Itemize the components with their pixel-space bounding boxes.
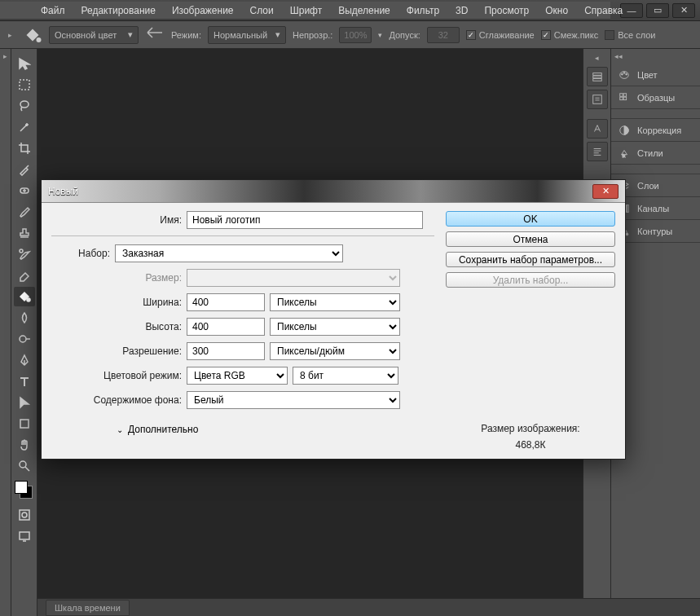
shape-tool[interactable]	[14, 414, 35, 433]
eyedropper-tool[interactable]	[14, 160, 35, 179]
svg-rect-23	[623, 97, 627, 100]
tolerance-input[interactable]	[427, 27, 460, 43]
move-tool[interactable]	[14, 54, 35, 73]
menu-select[interactable]: Выделение	[330, 2, 398, 19]
menu-image[interactable]: Изображение	[164, 2, 242, 19]
adjustments-icon	[618, 124, 631, 137]
quickmask-tool[interactable]	[14, 505, 35, 525]
brush-tool[interactable]	[14, 202, 35, 222]
color-swap-icon[interactable]	[145, 25, 165, 45]
name-label: Имя:	[51, 214, 182, 226]
menu-filter[interactable]: Фильтр	[398, 2, 447, 19]
height-label: Высота:	[51, 321, 182, 332]
adjustments-panel-tab[interactable]: Коррекция	[611, 119, 700, 142]
menu-view[interactable]: Просмотр	[476, 2, 537, 19]
history-brush-tool[interactable]	[14, 244, 35, 264]
svg-rect-14	[592, 79, 601, 81]
swatches-panel-tab[interactable]: Образцы	[611, 86, 700, 109]
height-unit-select[interactable]: Пикселы	[270, 318, 400, 336]
width-input[interactable]	[187, 293, 265, 311]
color-panel-label: Цвет	[637, 70, 658, 80]
marquee-tool[interactable]	[14, 75, 35, 95]
hand-tool[interactable]	[14, 435, 35, 455]
chevron-down-icon[interactable]: ▾	[378, 31, 382, 39]
bitdepth-select[interactable]: 8 бит	[293, 367, 398, 385]
dodge-tool[interactable]	[14, 329, 35, 349]
cancel-button[interactable]: Отмена	[446, 231, 615, 247]
chevron-down-icon: ⌄	[117, 425, 123, 434]
menu-layers[interactable]: Слои	[242, 2, 282, 19]
panel-collapse-icon[interactable]: ◂	[595, 54, 599, 67]
colormode-label: Цветовой режим:	[51, 370, 182, 381]
color-panel-tab[interactable]: Цвет	[611, 64, 700, 86]
bucket-tool-icon[interactable]	[23, 25, 42, 45]
menu-edit[interactable]: Редактирование	[73, 2, 164, 19]
menu-bar: Файл Редактирование Изображение Слои Шри…	[0, 2, 610, 20]
lasso-tool[interactable]	[14, 96, 35, 116]
size-select[interactable]	[187, 269, 400, 287]
menu-type[interactable]: Шрифт	[282, 2, 330, 19]
menu-3d[interactable]: 3D	[447, 2, 476, 19]
dialog-titlebar[interactable]: Новый ✕	[42, 180, 625, 203]
contiguous-checkbox[interactable]: ✓Смеж.пикс	[541, 30, 598, 40]
width-unit-select[interactable]: Пикселы	[270, 293, 400, 311]
zoom-tool[interactable]	[14, 456, 35, 476]
resolution-unit-select[interactable]: Пикселы/дюйм	[270, 342, 400, 360]
menu-window[interactable]: Окно	[537, 2, 576, 19]
menu-file[interactable]: Файл	[33, 2, 73, 19]
properties-panel-icon[interactable]	[587, 90, 608, 109]
layers-panel-label: Слои	[637, 181, 659, 191]
history-panel-icon[interactable]	[587, 67, 608, 86]
panel-expand-icon[interactable]: ◂◂	[611, 49, 700, 64]
colormode-select[interactable]: Цвета RGB	[187, 367, 288, 385]
opacity-input[interactable]	[339, 27, 372, 43]
close-button[interactable]: ✕	[672, 3, 695, 18]
magic-wand-tool[interactable]	[14, 117, 35, 137]
maximize-button[interactable]: ▭	[646, 3, 669, 18]
toolbox	[11, 49, 37, 616]
adjustments-panel-label: Коррекция	[637, 125, 681, 135]
save-preset-button[interactable]: Сохранить набор параметров...	[446, 252, 615, 267]
toolbox-expand-icon[interactable]: ▸	[0, 49, 11, 60]
styles-panel-tab[interactable]: fx Стили	[611, 142, 700, 165]
status-bar: Шкала времени	[37, 598, 700, 616]
antialias-checkbox[interactable]: ✓Сглаживание	[466, 30, 535, 40]
chevron-down-icon: ▾	[128, 29, 133, 40]
healing-brush-tool[interactable]	[14, 181, 35, 200]
screenmode-tool[interactable]	[14, 526, 35, 546]
styles-icon: fx	[618, 147, 631, 160]
ok-button[interactable]: OK	[446, 211, 615, 227]
foreground-color-label: Основной цвет	[55, 30, 117, 40]
swatches-panel-label: Образцы	[637, 93, 675, 103]
all-layers-checkbox[interactable]: Все слои	[605, 30, 655, 40]
eraser-tool[interactable]	[14, 266, 35, 285]
stamp-tool[interactable]	[14, 223, 35, 243]
options-expand-icon[interactable]: ▸	[8, 31, 16, 39]
svg-point-8	[20, 461, 26, 468]
menu-help[interactable]: Справка	[576, 2, 631, 19]
dialog-close-button[interactable]: ✕	[592, 184, 619, 199]
pen-tool[interactable]	[14, 350, 35, 370]
bucket-tool[interactable]	[14, 287, 35, 306]
background-select[interactable]: Белый	[187, 391, 400, 409]
crop-tool[interactable]	[14, 139, 35, 158]
path-selection-tool[interactable]	[14, 393, 35, 412]
resolution-input[interactable]	[187, 342, 265, 360]
color-swatches[interactable]	[15, 481, 34, 500]
blur-tool[interactable]	[14, 308, 35, 328]
advanced-toggle[interactable]: ⌄ Дополнительно	[117, 424, 434, 435]
delete-preset-button[interactable]: Удалить набор...	[446, 272, 615, 288]
preset-label: Набор:	[51, 248, 110, 259]
character-panel-icon[interactable]	[587, 119, 608, 139]
svg-text:fx: fx	[622, 153, 625, 158]
type-tool[interactable]	[14, 372, 35, 391]
foreground-color-select[interactable]: Основной цвет▾	[49, 26, 139, 44]
height-input[interactable]	[187, 318, 265, 336]
foreground-swatch[interactable]	[15, 481, 28, 494]
tolerance-label: Допуск:	[389, 30, 420, 40]
name-input[interactable]	[187, 211, 423, 229]
paragraph-panel-icon[interactable]	[587, 142, 608, 161]
preset-select[interactable]: Заказная	[115, 244, 343, 262]
timeline-tab[interactable]: Шкала времени	[46, 600, 130, 616]
blend-mode-select[interactable]: Нормальный▾	[208, 26, 286, 44]
